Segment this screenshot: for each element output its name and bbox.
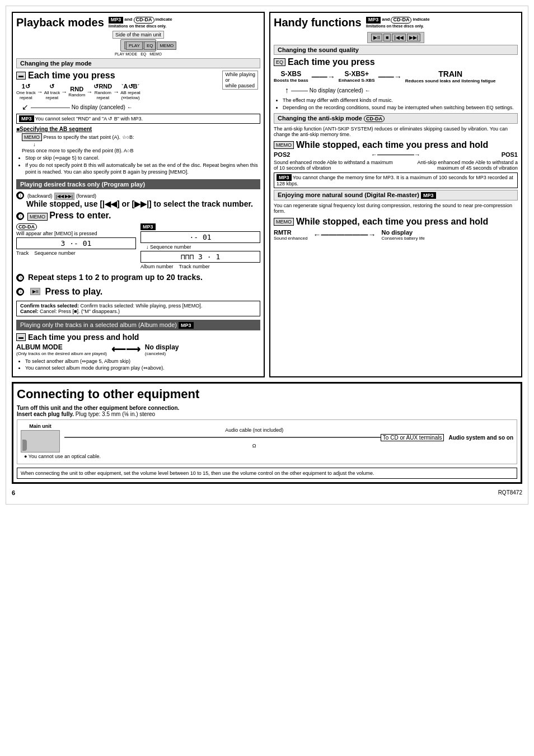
pos2-label: POS2 — [274, 151, 290, 158]
stop-btn[interactable]: ■ — [383, 34, 391, 41]
mp3-track-labels: Album number Track number — [140, 264, 260, 269]
step3: ❸ Repeat steps 1 to 2 to program up to 2… — [16, 273, 260, 282]
specifying-ab: ■Specifying the AB segment MEMO Press to… — [16, 126, 260, 176]
step3-text: Repeat steps 1 to 2 to program up to 20 … — [28, 273, 203, 282]
mp3-icon-step2: MP3 — [140, 223, 156, 230]
antiskip-memo: MEMO — [274, 141, 294, 149]
step2-instruction: Press to enter. — [49, 211, 111, 220]
memo-btn[interactable]: MEMO — [157, 41, 176, 50]
step2: ❷ MEMO Press to enter. — [16, 211, 260, 221]
step2-number: ❷ — [16, 212, 24, 220]
playback-title-text: Playback modes — [16, 16, 104, 29]
antiskip-title: Changing the anti-skip mode CD-DA — [274, 113, 518, 124]
play-pause-btn[interactable]: ▶II — [371, 34, 382, 41]
connecting-box: Connecting to other equipment Turn off t… — [12, 382, 522, 484]
cancel-text: Cancel: Cancel: Press [■]. ("M" disappea… — [20, 309, 256, 314]
step3-number: ❸ — [16, 274, 24, 282]
confirm-label: Confirm tracks selected: — [20, 303, 79, 309]
cdda-will-appear: Will appear after [MEMO] is pressed — [16, 231, 136, 236]
no-display-text: No display (canceled) — [72, 104, 125, 110]
confirm-value: Confirm tracks selected: While playing, … — [81, 303, 203, 309]
sound-quality-title: Changing the sound quality — [274, 45, 518, 55]
and-text: and — [124, 17, 132, 22]
cable-section: Audio cable (not included) To CD or AUX … — [64, 427, 444, 449]
ab-bullets: Stop or skip (⇔page 5) to cancel. If you… — [20, 155, 260, 176]
program-left: CD-DA Will appear after [MEMO] is presse… — [16, 223, 136, 269]
ab-bullet-1: Stop or skip (⇔page 5) to cancel. — [25, 155, 260, 162]
antiskip-cdda: CD-DA — [364, 115, 385, 122]
device-illustration: Side of the main unit PLAY EQ MEMO PLAY … — [16, 32, 260, 56]
album-no-display-label: No display — [145, 343, 179, 351]
seq-down-arrow: ↓ Sequence number — [146, 244, 260, 250]
album-no-display-sublabel: (canceled) — [145, 351, 179, 356]
play-mode-btn[interactable]: PLAY — [126, 41, 143, 50]
main-unit-illustration — [21, 430, 60, 452]
album-mode-label: ALBUM MODE — [16, 343, 107, 351]
cdda-icon-step2: CD-DA — [16, 223, 37, 230]
playback-modes-section: Playback modes MP3 and CD-DA indicate li… — [12, 12, 265, 377]
pos-arrow-row: POS2 ←——————→ POS1 — [274, 151, 518, 158]
handy-limitations: limitations on these discs only. — [366, 24, 430, 29]
handy-indicate: indicate — [413, 17, 429, 22]
eq-btn[interactable]: EQ — [144, 41, 156, 50]
seq-down-text: Sequence number — [150, 244, 191, 250]
playback-modes-title: Playback modes MP3 and CD-DA indicate li… — [16, 16, 260, 29]
pos-row: Sound enhanced mode Able to withstand a … — [274, 160, 518, 171]
eq-icon: EQ — [274, 58, 285, 66]
handy-and-text: and — [382, 17, 390, 22]
press-end-label: Press once more to specify the end point… — [22, 148, 134, 153]
each-time-press: Each time you press — [28, 71, 115, 81]
album-lr-arrow: ⟵⟶ — [111, 343, 140, 356]
each-time-label: ▬ Each time you press While playingorwhi… — [16, 71, 260, 81]
next-btn[interactable]: ▶▶| — [407, 34, 420, 41]
page-footer: 6 RQT8472 — [12, 487, 522, 498]
while-note: While playingorwhile paused — [222, 71, 258, 90]
no-display-block: No display Conserves battery life — [382, 229, 425, 241]
step1-number: ❶ — [16, 192, 24, 199]
step4-button: ▶II — [30, 288, 40, 295]
mp3-rnd-note: MP3 You cannot select "RND" and "A ↺ B" … — [16, 114, 260, 124]
step1-backward: (backward) — [27, 193, 53, 199]
pos1-col: Anti-skip enhanced mode Able to withstan… — [399, 160, 518, 171]
press-start: MEMO Press to specify the start point (A… — [22, 133, 260, 141]
changing-play-mode-title: Changing the play mode — [16, 58, 260, 68]
album-mode-title: Playing only the tracks in a selected al… — [16, 320, 260, 330]
optical-note-text: You cannot use an optical cable. — [29, 454, 101, 459]
sxbs-plus-sublabel: Enhanced S-XBS — [339, 78, 375, 83]
remaster-title: Enjoying more natural sound (Digital Re-… — [274, 190, 518, 200]
device-body: PLAY EQ MEMO — [120, 39, 156, 52]
cdda-display: 3 ·- 01 — [16, 237, 136, 249]
insert-bold: Insert each plug fully. — [17, 411, 74, 417]
remaster-desc: You can regenerate signal frequency lost… — [274, 203, 518, 214]
to-cd-label: To CD or AUX terminals — [381, 434, 444, 441]
side-label: Side of the main unit — [113, 31, 164, 39]
antiskip-mp3-icon: MP3 — [277, 174, 292, 181]
program-layout: CD-DA Will appear after [MEMO] is presse… — [16, 223, 260, 269]
antiskip-subtitle: While stopped, each time you press and h… — [296, 139, 488, 150]
main-unit-block: Main unit — [21, 423, 60, 452]
limitations-text: limitations on these discs only. — [109, 24, 172, 29]
album-no-display: No display (canceled) — [145, 343, 179, 356]
eq-each-time: EQ Each time you press — [274, 57, 518, 67]
optical-note: ● You cannot use an optical cable. — [24, 454, 513, 459]
mp3-display2: ⊓⊓⊓ 3 · 1 — [140, 251, 260, 263]
remaster-each-time: MEMO While stopped, each time you press … — [274, 216, 518, 227]
play-mode-icon: ▬ — [16, 72, 26, 80]
step1-instruction: While stopped, use [|◀◀] or [▶▶|] to sel… — [26, 199, 260, 208]
album-bullet-1: To select another album (⇔page 5, Album … — [25, 358, 260, 365]
warning-box: When connecting the unit to other equipm… — [17, 468, 517, 479]
cancel-value: Cancel: Press [■]. ("M" disappears.) — [40, 309, 120, 314]
program-play-title: Playing desired tracks only (Program pla… — [16, 179, 260, 189]
album-mode-mp3: MP3 — [179, 322, 194, 329]
spec-title: ■Specifying the AB segment — [16, 126, 260, 132]
eq-no-display-text: No display (canceled) — [310, 87, 363, 94]
confirm-text: Confirm tracks selected: Confirm tracks … — [20, 303, 256, 309]
step1: ❶ (backward) |◀◀ ▶▶| (forward) While sto… — [16, 192, 260, 208]
remaster-title-text: Enjoying more natural sound (Digital Re-… — [278, 192, 419, 198]
eq-bullet-1: The effect may differ with different kin… — [283, 97, 518, 104]
remaster-memo: MEMO — [274, 218, 294, 226]
no-display-row: ↙ ——————— No display (canceled) ← — [22, 102, 260, 111]
train-label: TRAIN — [405, 69, 496, 78]
audio-cable-label: Audio cable (not included) — [225, 427, 283, 433]
prev-btn[interactable]: |◀◀ — [392, 34, 405, 41]
